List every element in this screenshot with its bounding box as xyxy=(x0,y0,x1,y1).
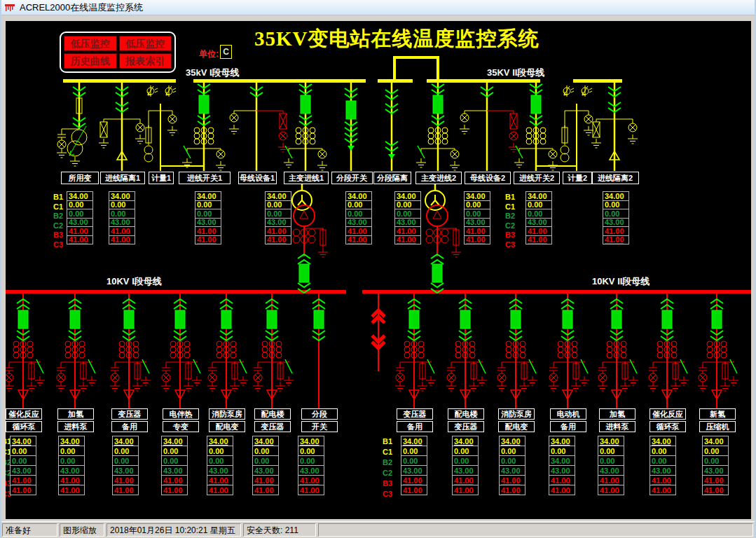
temp-value: 0.00 xyxy=(163,447,178,455)
temp-value: 43.00 xyxy=(163,467,183,475)
temp-table: 34.000.000.0043.0041.0041.00 xyxy=(464,192,490,244)
temp-value: 41.00 xyxy=(267,235,287,244)
temp-value: 0.00 xyxy=(111,209,125,218)
temp-row-label: B1 xyxy=(378,437,392,446)
feeder-label[interactable]: 备用 xyxy=(550,421,586,432)
temp-value: 34.00 xyxy=(60,437,80,446)
feeder-label[interactable]: 分段 xyxy=(301,408,338,420)
temp-value: 43.00 xyxy=(197,218,217,226)
temp-value: 0.00 xyxy=(528,209,542,218)
temp-row-label: C3 xyxy=(49,240,63,249)
temp-value: 34.00 xyxy=(254,437,274,446)
temp-value: 43.00 xyxy=(69,218,88,226)
feeder-label[interactable]: 变压器 xyxy=(397,408,433,420)
temp-table: 34.000.000.0043.0041.0041.00 xyxy=(650,436,676,495)
bay-label[interactable]: 主变进线2 xyxy=(415,172,462,184)
temp-value: 43.00 xyxy=(403,467,422,475)
temp-value: 34.00 xyxy=(114,437,134,446)
temp-value: 34.00 xyxy=(197,192,217,200)
temp-value: 41.00 xyxy=(267,227,287,235)
temp-value: 0.00 xyxy=(111,200,125,209)
feeder-label[interactable]: 新氢 xyxy=(699,408,736,420)
bay-label[interactable]: 进线开关2 xyxy=(514,172,560,184)
bay-label[interactable]: 进线隔离1 xyxy=(100,172,145,184)
temp-value: 0.00 xyxy=(69,200,83,209)
temp-value: 0.00 xyxy=(501,447,516,455)
feeder-label[interactable]: 电伴热 xyxy=(163,408,199,420)
status-ready: 准备好 xyxy=(2,523,57,537)
temp-value: 34.00 xyxy=(267,192,287,200)
temp-value: 43.00 xyxy=(209,467,228,475)
temp-value: 41.00 xyxy=(466,227,486,235)
bay-label[interactable]: 计量2 xyxy=(563,172,592,184)
temp-value: 41.00 xyxy=(60,476,80,485)
temp-value: 0.00 xyxy=(605,209,619,218)
bay-label[interactable]: 母线设备1 xyxy=(238,172,277,184)
feeder-label[interactable]: 消防泵房 xyxy=(498,408,535,420)
quick-menu: 低压监控低压监控历史曲线报表索引 xyxy=(60,32,176,73)
feeder-label[interactable]: 压缩机 xyxy=(699,421,736,432)
temp-value: 41.00 xyxy=(704,476,724,485)
temp-table: 34.000.000.0043.0041.0041.00 xyxy=(67,192,93,244)
feeder-label[interactable]: 备用 xyxy=(111,421,148,432)
feeder-label[interactable]: 进料泵 xyxy=(599,421,635,432)
temp-value: 34.00 xyxy=(12,437,32,446)
scada-canvas: 35KV变电站在线温度监控系统 低压监控低压监控历史曲线报表索引 单位: C 3… xyxy=(6,21,751,519)
temp-table: 34.000.000.0043.0041.0041.00 xyxy=(401,436,427,495)
feeder-label[interactable]: 配电变 xyxy=(498,421,535,432)
temp-value: 0.00 xyxy=(114,447,129,455)
feeder-label[interactable]: 配电变 xyxy=(209,421,245,432)
feeder-label[interactable]: 电动机 xyxy=(550,408,586,420)
temp-table: 34.000.000.0043.0041.0041.00 xyxy=(207,436,233,495)
feeder-label[interactable]: 消防泵房 xyxy=(209,408,245,420)
temp-value: 34.00 xyxy=(528,192,547,200)
temp-row-label: C1 xyxy=(378,448,392,456)
menu-button[interactable]: 低压监控 xyxy=(119,36,172,51)
temp-value: 34.00 xyxy=(551,437,570,446)
feeder-label[interactable]: 变压器 xyxy=(448,421,484,432)
feeder-label[interactable]: 催化反应 xyxy=(6,408,42,420)
temp-table: 34.000.000.0043.0041.0041.00 xyxy=(702,436,729,495)
temp-row-label: C1 xyxy=(501,202,515,211)
feeder-label[interactable]: 循环泵 xyxy=(650,421,686,432)
unit-value-box[interactable]: C xyxy=(220,45,232,59)
feeder-label[interactable]: 配电楼 xyxy=(448,408,484,420)
feeder-label[interactable]: 催化反应 xyxy=(650,408,686,420)
temp-value: 41.00 xyxy=(114,486,134,495)
feeder-label[interactable]: 专变 xyxy=(163,421,199,432)
temp-value: 34.00 xyxy=(209,437,228,446)
temp-value: 43.00 xyxy=(605,218,624,226)
bay-label[interactable]: 母线设备2 xyxy=(465,172,511,184)
bay-label[interactable]: 所用变 xyxy=(61,172,99,184)
temp-value: 0.00 xyxy=(114,457,129,465)
feeder-label[interactable]: 备用 xyxy=(397,421,433,432)
feeder-label[interactable]: 变压器 xyxy=(111,408,148,420)
menu-button[interactable]: 报表索引 xyxy=(119,53,172,69)
bay-label[interactable]: 进线开关1 xyxy=(179,172,231,184)
feeder-label[interactable]: 配电楼 xyxy=(254,408,291,420)
feeder-label[interactable]: 加氢 xyxy=(599,408,635,420)
temp-value: 41.00 xyxy=(111,235,130,244)
feeder-label[interactable]: 变压器 xyxy=(254,421,291,432)
temp-row-label: C3 xyxy=(501,240,515,249)
menu-button[interactable]: 低压监控 xyxy=(64,36,117,51)
menu-button[interactable]: 历史曲线 xyxy=(64,53,117,69)
bay-label[interactable]: 进线隔离2 xyxy=(592,172,639,184)
bay-label[interactable]: 计量1 xyxy=(149,172,174,184)
temp-table: 34.000.000.0043.0041.0041.00 xyxy=(603,192,629,244)
feeder-label[interactable]: 进料泵 xyxy=(57,421,94,432)
bus10-2-label: 10KV II段母线 xyxy=(592,275,650,288)
bay-label[interactable]: 分段隔离 xyxy=(373,172,411,184)
temp-value: 34.00 xyxy=(397,192,416,200)
temp-table: 34.000.000.0043.0041.0041.00 xyxy=(598,436,624,495)
temp-value: 41.00 xyxy=(397,227,416,235)
feeder-label[interactable]: 开关 xyxy=(301,421,338,432)
feeder-label[interactable]: 加氢 xyxy=(57,408,94,420)
temp-table: 34.000.000.0043.0041.0041.00 xyxy=(394,192,421,244)
feeder-label[interactable]: 循环泵 xyxy=(6,421,42,432)
temp-row-label: B2 xyxy=(378,458,392,467)
bay-label[interactable]: 主变进线1 xyxy=(284,172,329,184)
bus35-2-label: 35KV II段母线 xyxy=(487,67,544,79)
temp-value: 41.00 xyxy=(600,486,619,495)
bay-label[interactable]: 分段开关 xyxy=(331,172,373,184)
